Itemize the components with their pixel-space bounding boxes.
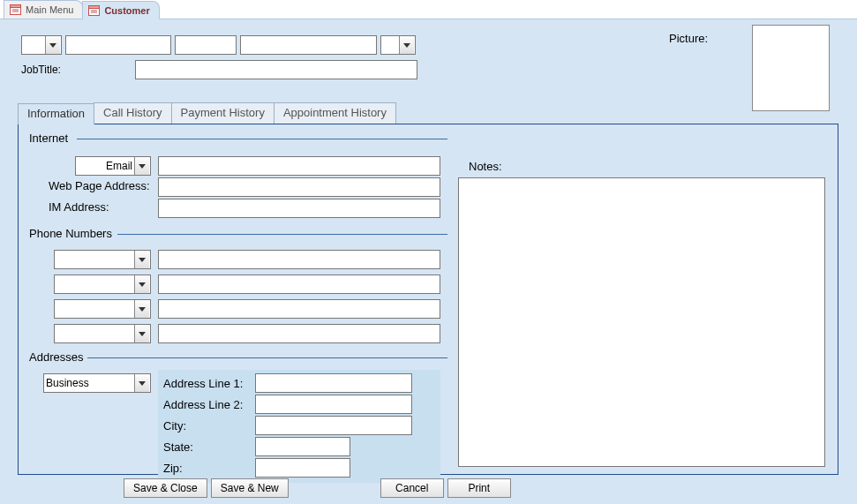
addr-line1-input[interactable]	[255, 373, 412, 393]
email-type-combo[interactable]	[75, 156, 151, 176]
print-button[interactable]: Print	[447, 478, 511, 498]
doc-tab-main-menu-label: Main Menu	[26, 4, 73, 15]
save-new-button[interactable]: Save & New	[211, 478, 289, 498]
phone4-input[interactable]	[158, 324, 440, 343]
addr-line1-label: Address Line 1:	[163, 377, 250, 390]
group-divider	[117, 234, 447, 235]
customer-form: JobTitle: Picture: Information Call Hist…	[0, 19, 857, 504]
chevron-down-icon[interactable]	[399, 36, 414, 54]
tab-call-history[interactable]: Call History	[94, 102, 171, 124]
picture-box[interactable]	[752, 25, 830, 111]
phone3-type-input[interactable]	[55, 300, 134, 318]
tab-payment-history[interactable]: Payment History	[171, 102, 274, 124]
title-combo[interactable]	[21, 35, 62, 55]
chevron-down-icon[interactable]	[134, 157, 149, 175]
chevron-down-icon[interactable]	[134, 325, 149, 342]
phone2-type-combo[interactable]	[54, 275, 151, 294]
chevron-down-icon[interactable]	[134, 300, 149, 318]
chevron-down-icon[interactable]	[45, 36, 60, 54]
form-icon	[10, 4, 21, 15]
address-type-combo[interactable]	[43, 373, 151, 393]
title-combo-input[interactable]	[22, 36, 45, 54]
phone4-type-combo[interactable]	[54, 324, 151, 343]
webpage-label: Web Page Address:	[49, 179, 153, 192]
middle-name-input[interactable]	[175, 35, 237, 55]
phone3-input[interactable]	[158, 299, 440, 319]
addr-line2-input[interactable]	[255, 395, 412, 414]
zip-input[interactable]	[255, 458, 350, 478]
city-input[interactable]	[255, 416, 412, 435]
document-tab-bar: Main Menu Customer	[0, 0, 857, 19]
im-input[interactable]	[158, 199, 440, 218]
svg-rect-1	[11, 5, 21, 8]
phone1-input[interactable]	[158, 250, 440, 269]
state-input[interactable]	[255, 437, 350, 456]
tab-page-information: Internet Web Page Address: IM Address: P…	[18, 124, 838, 475]
phone2-input[interactable]	[158, 275, 440, 294]
customer-tab-control: Information Call History Payment History…	[18, 102, 838, 475]
notes-textarea[interactable]	[458, 177, 825, 467]
phone4-type-input[interactable]	[55, 325, 134, 342]
addresses-group-label: Addresses	[26, 350, 86, 364]
jobtitle-label: JobTitle:	[21, 64, 70, 76]
chevron-down-icon[interactable]	[134, 374, 149, 392]
state-label: State:	[163, 440, 250, 454]
group-divider	[77, 139, 447, 139]
webpage-input[interactable]	[158, 177, 440, 197]
jobtitle-input[interactable]	[135, 60, 417, 79]
tab-strip: Information Call History Payment History…	[18, 102, 838, 124]
first-name-input[interactable]	[65, 35, 171, 55]
email-type-input[interactable]	[76, 157, 134, 175]
chevron-down-icon[interactable]	[134, 275, 149, 293]
cancel-button[interactable]: Cancel	[380, 478, 444, 498]
city-label: City:	[163, 419, 250, 433]
phone2-type-input[interactable]	[55, 275, 134, 293]
phone1-type-combo[interactable]	[54, 250, 151, 269]
doc-tab-customer[interactable]: Customer	[82, 1, 159, 19]
phone1-type-input[interactable]	[55, 251, 134, 268]
form-icon	[88, 5, 100, 16]
im-label: IM Address:	[49, 200, 153, 214]
suffix-combo[interactable]	[380, 35, 416, 55]
name-row	[21, 35, 416, 55]
addr-line2-label: Address Line 2:	[163, 398, 250, 411]
last-name-input[interactable]	[240, 35, 377, 55]
save-close-button[interactable]: Save & Close	[124, 478, 207, 498]
doc-tab-customer-label: Customer	[104, 5, 149, 16]
tab-information[interactable]: Information	[18, 103, 94, 124]
doc-tab-main-menu[interactable]: Main Menu	[4, 0, 83, 19]
picture-label: Picture:	[669, 32, 708, 45]
notes-label: Notes:	[469, 160, 502, 173]
address-type-input[interactable]	[44, 374, 134, 392]
phone3-type-combo[interactable]	[54, 299, 151, 319]
chevron-down-icon[interactable]	[134, 251, 149, 268]
phone-group-label: Phone Numbers	[26, 227, 116, 240]
group-divider	[87, 357, 447, 358]
email-input[interactable]	[158, 156, 440, 176]
suffix-combo-input[interactable]	[381, 36, 399, 54]
zip-label: Zip:	[163, 462, 250, 475]
jobtitle-row: JobTitle:	[21, 60, 417, 79]
address-panel: Address Line 1: Address Line 2: City: St…	[158, 370, 440, 483]
tab-appointment-history[interactable]: Appointment History	[274, 102, 396, 124]
svg-rect-5	[89, 5, 100, 8]
button-bar: Save & Close Save & New Cancel Print	[124, 478, 511, 498]
internet-group-label: Internet	[26, 132, 71, 145]
